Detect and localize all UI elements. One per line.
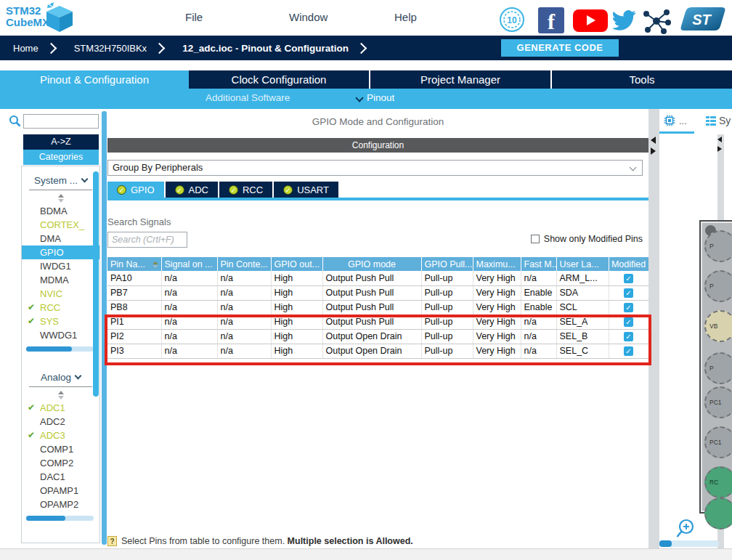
sidebar-search-input[interactable] (23, 114, 99, 129)
menu-window[interactable]: Window (289, 11, 328, 23)
tab-pinout-configuration[interactable]: Pinout & Configuration (0, 70, 189, 89)
zoom-in-icon[interactable] (674, 518, 696, 540)
sidebar-item-iwdg1[interactable]: IWDG1 (22, 259, 99, 273)
peripheral-tab-usart[interactable]: USART (274, 182, 338, 198)
modified-checkbox[interactable] (624, 288, 633, 298)
pinout-dropdown[interactable]: Pinout (367, 92, 394, 103)
col-signal-on-pin[interactable]: Signal on ... (161, 257, 217, 271)
youtube-icon[interactable] (573, 9, 608, 32)
col-pin-context[interactable]: Pin Conte... (217, 257, 271, 271)
sidebar-item-dma[interactable]: DMA (22, 232, 99, 245)
mcu-pin[interactable] (704, 498, 732, 529)
breadcrumb-mcu[interactable]: STM32H750IBKx (61, 43, 154, 54)
show-modified-checkbox[interactable] (531, 235, 540, 243)
sidebar-item-nvic[interactable]: NVIC (22, 287, 99, 301)
vertical-scrollbar[interactable] (93, 171, 99, 397)
ten-years-badge-icon: 10 (499, 7, 525, 33)
sidebar-item-adc2[interactable]: ADC2 (22, 415, 99, 429)
col-user-label[interactable]: User La... (556, 257, 609, 271)
sidebar-item-cortex[interactable]: CORTEX_ (22, 218, 99, 232)
modified-checkbox[interactable] (624, 332, 633, 341)
sidebar-item-gpio[interactable]: GPIO (22, 245, 99, 259)
collapse-left-icon[interactable] (651, 137, 656, 144)
col-fast-mode[interactable]: Fast M... (521, 257, 556, 271)
col-pin-name[interactable]: Pin Na... (107, 257, 161, 271)
additional-software-link[interactable]: Additional Software (206, 92, 290, 103)
sidebar-item-adc3[interactable]: ADC3 (22, 429, 99, 442)
table-row-pi3[interactable]: PI3n/a n/aHigh Output Open DrainPull-up … (107, 344, 648, 358)
sidebar-item-rcc[interactable]: RCC (22, 301, 99, 315)
sidebar-item-sys[interactable]: SYS (22, 315, 99, 328)
group-by-dropdown[interactable]: Group By Peripherals (107, 160, 643, 176)
collapse-right-icon[interactable] (717, 146, 722, 152)
category-header-analog[interactable]: Analog (22, 372, 99, 383)
peripheral-tab-adc[interactable]: ADC (166, 182, 218, 198)
panel-splitter[interactable] (648, 109, 659, 548)
sidebar-item-opamp1[interactable]: OPAMP1 (22, 484, 99, 498)
mcu-pin[interactable]: RC (704, 466, 732, 498)
table-row-pi1[interactable]: PI1n/a n/aHigh Output Push PullPull-up V… (107, 315, 648, 329)
tab-clock-configuration[interactable]: Clock Configuration (189, 70, 369, 89)
generate-code-button[interactable]: GENERATE CODE (501, 39, 619, 57)
sidebar-item-opamp2[interactable]: OPAMP2 (22, 498, 99, 511)
sidebar-item-comp1[interactable]: COMP1 (22, 442, 99, 456)
peripheral-tab-rcc[interactable]: RCC (219, 182, 272, 198)
col-gpio-pull[interactable]: GPIO Pull... (421, 257, 473, 271)
menu-help[interactable]: Help (394, 11, 417, 23)
sidebar-item-bdma[interactable]: BDMA (22, 204, 99, 218)
category-header-system[interactable]: System ... (22, 175, 99, 186)
pinout-view-tab[interactable]: ... (664, 115, 687, 126)
community-network-icon[interactable] (642, 8, 671, 34)
sidebar-tab-categories[interactable]: Categories (23, 150, 99, 165)
content-area: A->Z Categories System ... BDMA CORTEX_ … (0, 109, 732, 548)
sort-toggle-icon[interactable] (22, 389, 99, 401)
table-row-pb8[interactable]: PB8n/a n/aHigh Output Push PullPull-up V… (107, 300, 648, 315)
collapse-left-icon[interactable] (717, 137, 722, 142)
sort-toggle-icon[interactable] (22, 192, 99, 204)
mcu-pin[interactable]: PC1 (704, 426, 732, 458)
mcu-package-partial[interactable]: P P VB P PC1 PC1 RC (699, 220, 732, 514)
table-row-pa10[interactable]: PA10n/a n/aHigh Output Push PullPull-up … (107, 271, 648, 285)
facebook-icon[interactable]: f (538, 7, 564, 33)
table-row-pb7[interactable]: PB7n/a n/aHigh Output Push PullPull-up V… (107, 285, 648, 300)
horizontal-scrollbar[interactable] (26, 516, 94, 521)
col-maximum-speed[interactable]: Maximu... (473, 257, 521, 271)
sidebar-item-adc1[interactable]: ADC1 (22, 401, 99, 415)
sidebar-item-wwdg1[interactable]: WWDG1 (22, 328, 99, 342)
menu-file[interactable]: File (185, 11, 203, 23)
table-row-pi2[interactable]: PI2n/a n/aHigh Output Open DrainPull-up … (107, 329, 648, 344)
modified-checkbox[interactable] (624, 303, 633, 312)
sidebar-item-mdma[interactable]: MDMA (22, 273, 99, 287)
collapse-right-icon[interactable] (651, 147, 656, 155)
mcu-pin[interactable]: P (704, 352, 732, 384)
breadcrumb-project[interactable]: 12_adc.ioc - Pinout & Configuration (169, 43, 356, 54)
horizontal-scrollbar[interactable] (26, 346, 94, 352)
mcu-pin[interactable]: VB (704, 310, 732, 342)
mcu-pin[interactable]: PC1 (704, 386, 732, 418)
col-gpio-output[interactable]: GPIO out... (271, 257, 322, 271)
horizontal-scrollbar[interactable] (659, 540, 719, 547)
modified-checkbox[interactable] (624, 274, 633, 283)
modified-checkbox[interactable] (624, 317, 633, 327)
hint-bar: Select Pins from table to configure them… (107, 535, 648, 548)
peripheral-tab-gpio[interactable]: GPIO (107, 182, 164, 198)
modified-checkbox[interactable] (624, 346, 633, 356)
twitter-icon[interactable] (609, 7, 639, 33)
divider (29, 386, 92, 387)
system-view-tab[interactable]: Sy (706, 115, 731, 126)
vertical-scrollbar[interactable] (102, 111, 107, 545)
tab-tools[interactable]: Tools (550, 70, 732, 89)
mcu-pin[interactable]: P (704, 230, 732, 262)
signals-search-input[interactable] (107, 232, 187, 248)
st-logo-icon[interactable]: ST (680, 6, 726, 32)
col-modified[interactable]: Modified (609, 257, 648, 271)
sidebar-tab-az[interactable]: A->Z (23, 134, 99, 150)
sidebar-item-dac1[interactable]: DAC1 (22, 470, 99, 484)
mcu-pin[interactable]: P (704, 270, 732, 302)
scrollbar-thumb[interactable] (659, 540, 672, 547)
breadcrumb-home[interactable]: Home (0, 43, 46, 54)
col-gpio-mode[interactable]: GPIO mode (322, 257, 421, 271)
tab-project-manager[interactable]: Project Manager (369, 70, 550, 89)
sidebar-item-comp2[interactable]: COMP2 (22, 456, 99, 470)
spacer (0, 60, 732, 70)
